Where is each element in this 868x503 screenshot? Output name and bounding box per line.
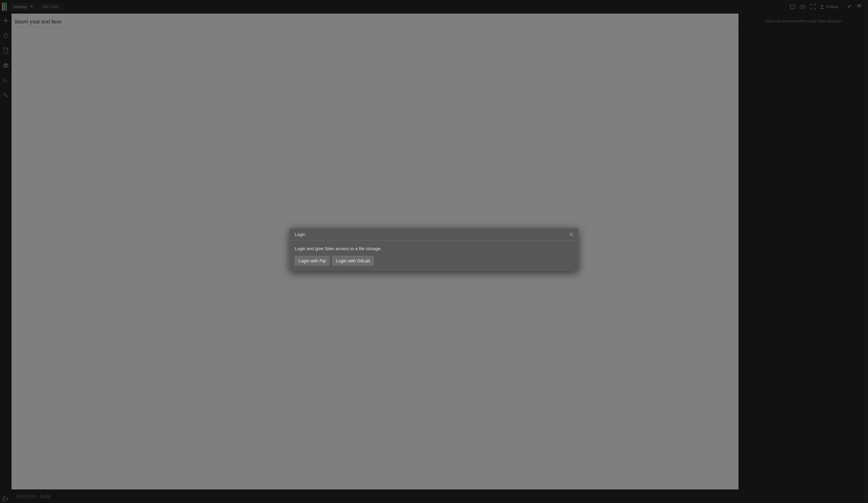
- modal-header: Login: [290, 229, 578, 241]
- close-icon[interactable]: [569, 232, 574, 236]
- login-gitlab-button[interactable]: Login with GitLab: [332, 256, 374, 266]
- modal-body: Login and give Silex access to a file st…: [290, 241, 578, 271]
- modal-message: Login and give Silex access to a file st…: [294, 246, 574, 251]
- login-ftp-button[interactable]: Login with Ftp: [294, 256, 330, 266]
- login-modal: Login Login and give Silex access to a f…: [290, 228, 578, 271]
- modal-title: Login: [294, 232, 306, 237]
- modal-actions: Login with Ftp Login with GitLab: [294, 256, 574, 266]
